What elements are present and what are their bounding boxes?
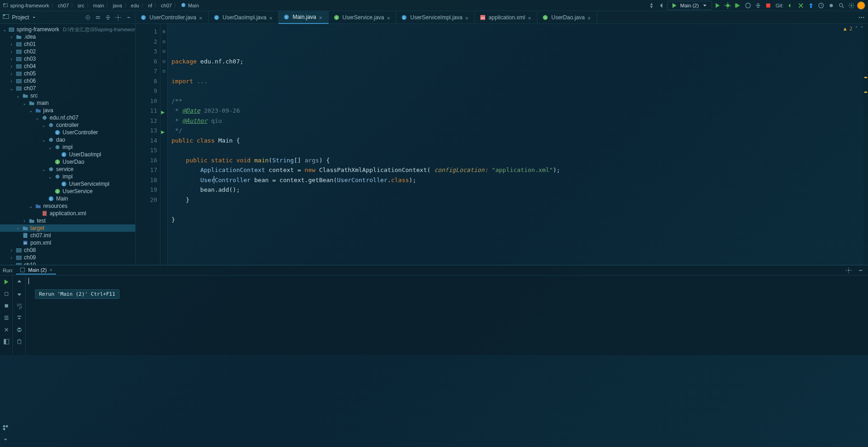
tree-node[interactable]: ›ch03 (0, 55, 135, 63)
tree-node[interactable]: ⌄spring-frameworkD:\作业汇总\S5\spring-frame… (0, 26, 135, 33)
minimize-panel-icon[interactable] (856, 266, 865, 275)
tree-node[interactable]: ⌄java (0, 107, 135, 114)
tree-chevron-icon[interactable]: › (9, 248, 14, 253)
close-icon[interactable]: × (465, 15, 470, 20)
close-icon[interactable]: × (319, 15, 324, 19)
ide-settings-icon[interactable] (847, 1, 856, 10)
tree-node[interactable]: ›ch02 (0, 48, 135, 55)
tree-chevron-icon[interactable]: ⌄ (16, 93, 20, 98)
code-line[interactable]: * @Author qiu (171, 116, 863, 126)
close-icon[interactable]: × (50, 267, 52, 273)
tree-chevron-icon[interactable]: › (9, 49, 14, 54)
code-line[interactable] (171, 86, 863, 96)
project-view-icon[interactable] (3, 13, 9, 21)
fold-handle[interactable]: ⊟ (160, 37, 167, 47)
code-line[interactable]: * @Date 2023-09-26 (171, 106, 863, 116)
tree-chevron-icon[interactable]: › (9, 42, 14, 47)
code-line[interactable]: ApplicationContext context = new ClassPa… (171, 165, 863, 175)
code-line[interactable]: bean.add(); (171, 185, 863, 195)
tree-node[interactable]: CMain (0, 195, 135, 202)
prev-problem-icon[interactable]: ˄ (855, 26, 858, 32)
stop-icon[interactable] (764, 1, 773, 10)
locate-icon[interactable] (84, 13, 92, 22)
breadcrumb-segment[interactable]: ch07 (58, 3, 69, 8)
collapse-all-icon[interactable] (104, 13, 112, 22)
tree-node[interactable]: ›test (0, 217, 135, 224)
tree-node[interactable]: ›ch01 (0, 40, 135, 48)
tree-node[interactable]: CUserDaoImpl (0, 151, 135, 158)
code-line[interactable]: */ (171, 126, 863, 136)
tree-node[interactable]: ›ch04 (0, 63, 135, 70)
ide-search-icon[interactable] (837, 1, 846, 10)
tree-chevron-icon[interactable]: ⌄ (48, 145, 52, 150)
fold-handle[interactable]: ⊟ (160, 66, 167, 76)
tree-chevron-icon[interactable]: ⌄ (41, 123, 46, 128)
editor-tab[interactable]: CUserController.java× (136, 11, 209, 24)
tree-node[interactable]: ›.idea (0, 33, 135, 40)
line-number[interactable]: 10 (136, 96, 157, 106)
back-icon[interactable] (657, 1, 666, 10)
project-tree[interactable]: ⌄spring-frameworkD:\作业汇总\S5\spring-frame… (0, 24, 136, 265)
tree-chevron-icon[interactable]: ⌄ (41, 138, 46, 143)
dump-threads-icon[interactable] (2, 313, 11, 322)
tree-node[interactable]: CUserServiceImpl (0, 180, 135, 188)
run-config-selector[interactable]: Main (2) (667, 1, 712, 10)
marker-bar[interactable] (863, 24, 868, 265)
line-number[interactable]: 13▶ (136, 126, 157, 136)
tree-node[interactable]: mpom.xml (0, 239, 135, 246)
code-line[interactable]: /** (171, 96, 863, 106)
editor-tab[interactable]: IUserService.java× (329, 11, 397, 24)
breadcrumb-segment[interactable]: main (93, 3, 104, 8)
code-line[interactable]: import ... (171, 76, 863, 86)
tree-node[interactable]: ›ch06 (0, 77, 135, 85)
editor-tab[interactable]: IUserDao.java× (537, 11, 597, 24)
gutter-run-icon[interactable]: ▶ (161, 107, 165, 117)
line-number[interactable]: 3 (136, 46, 157, 57)
git-rollback-icon[interactable] (827, 1, 836, 10)
tree-chevron-icon[interactable]: › (16, 226, 20, 231)
tree-node[interactable]: ⌄service (0, 166, 135, 173)
tree-node[interactable]: ⌄impl (0, 143, 135, 151)
tree-node[interactable]: ⌄dao (0, 136, 135, 143)
line-number[interactable]: 8 (136, 76, 157, 86)
layout-icon[interactable] (2, 337, 11, 346)
tabs-more-icon[interactable] (857, 13, 866, 22)
fold-handle[interactable]: ⊟ (160, 46, 167, 57)
git-update-icon[interactable] (786, 1, 795, 10)
close-icon[interactable]: × (528, 15, 532, 20)
close-icon[interactable]: × (269, 15, 274, 20)
tree-chevron-icon[interactable]: ⌄ (9, 86, 14, 91)
line-number[interactable]: 19 (136, 185, 157, 195)
tree-node[interactable]: CUserController (0, 129, 135, 136)
run-tab[interactable]: Main (2) × (16, 266, 56, 275)
tree-node[interactable]: application.xml (0, 210, 135, 217)
close-icon[interactable]: × (199, 15, 204, 20)
code-line[interactable]: } (171, 215, 863, 225)
tree-chevron-icon[interactable]: › (9, 64, 14, 69)
print-icon[interactable] (15, 325, 24, 334)
code-area[interactable]: package edu.nf.ch07; import ... /** * @D… (168, 24, 863, 265)
tree-node[interactable]: ⌄edu.nf.ch07 (0, 114, 135, 121)
tree-node[interactable]: ⌄resources (0, 202, 135, 210)
structure-stripe-icon[interactable] (1, 423, 10, 432)
tree-node[interactable]: IUserDao (0, 158, 135, 166)
tree-node[interactable]: ⌄main (0, 99, 135, 107)
breadcrumb-segment[interactable]: nf (148, 3, 152, 8)
tree-node[interactable]: IUserService (0, 188, 135, 195)
editor-tab[interactable]: xmlapplication.xml× (475, 11, 537, 24)
editor-tab[interactable]: CUserServiceImpl.java× (396, 11, 474, 24)
code-line[interactable] (171, 224, 863, 235)
tree-chevron-icon[interactable]: › (9, 71, 14, 76)
tree-node[interactable]: ⌄src (0, 92, 135, 99)
soft-wrap-icon[interactable] (15, 301, 24, 310)
fold-handle[interactable]: ⊟ (160, 57, 167, 67)
tree-node[interactable]: ›ch10 (0, 261, 135, 265)
tree-node[interactable]: ⌄ch07 (0, 85, 135, 92)
run-icon[interactable] (713, 1, 722, 10)
code-line[interactable]: public class Main { (171, 136, 863, 146)
tree-chevron-icon[interactable]: ⌄ (29, 204, 33, 209)
git-push-icon[interactable] (806, 1, 816, 10)
avatar[interactable] (857, 1, 865, 10)
close-icon[interactable]: × (387, 15, 391, 20)
panel-settings-icon[interactable] (114, 13, 122, 22)
